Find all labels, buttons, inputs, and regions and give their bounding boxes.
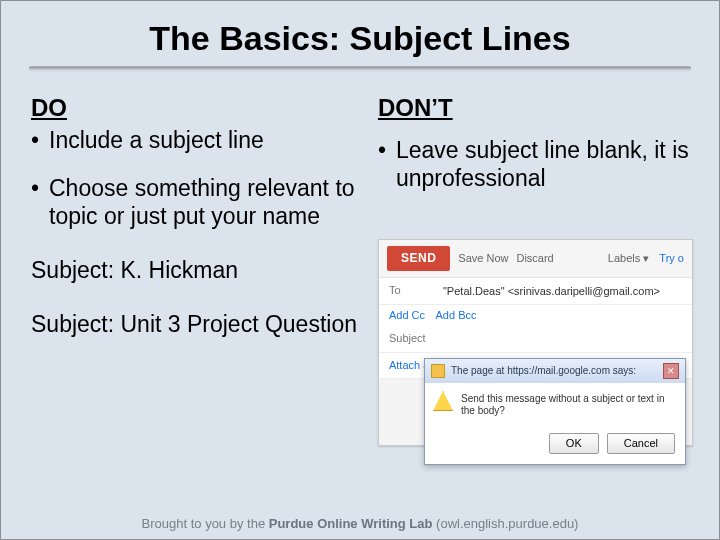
add-bcc-link[interactable]: Add Bcc: [436, 309, 477, 321]
confirm-dialog: The page at https://mail.google.com says…: [424, 358, 686, 465]
footer-bold: Purdue Online Writing Lab: [269, 516, 433, 531]
labels-dropdown[interactable]: Labels ▾: [608, 252, 649, 265]
example-line: Subject: Unit 3 Project Question: [31, 310, 368, 338]
content-columns: DO • Include a subject line • Choose som…: [1, 73, 719, 339]
subject-row: Subject: [379, 326, 692, 353]
do-bullet: • Include a subject line: [31, 126, 368, 154]
dialog-buttons: OK Cancel: [425, 427, 685, 464]
dont-bullet-text: Leave subject line blank, it is unprofes…: [396, 136, 689, 192]
footer-prefix: Brought to you by the: [142, 516, 269, 531]
dialog-title-text: The page at https://mail.google.com says…: [451, 365, 636, 377]
send-button[interactable]: SEND: [387, 246, 450, 271]
compose-screenshot: SEND Save Now Discard Labels ▾ Try o To …: [378, 239, 693, 446]
do-bullet-text: Include a subject line: [49, 126, 368, 154]
title-divider: [29, 66, 691, 73]
do-heading: DO: [31, 93, 368, 122]
try-link[interactable]: Try o: [659, 252, 684, 265]
slide-title: The Basics: Subject Lines: [1, 1, 719, 66]
dialog-area: The page at https://mail.google.com says…: [379, 379, 692, 445]
bullet-mark: •: [378, 136, 396, 192]
to-input[interactable]: [441, 284, 682, 298]
do-bullet-text: Choose something relevant to topic or ju…: [49, 174, 368, 230]
warning-icon: [433, 391, 453, 411]
subject-label: Subject: [389, 332, 431, 345]
dont-bullet: • Leave subject line blank, it is unprof…: [378, 136, 689, 192]
dialog-body: Send this message without a subject or t…: [425, 383, 685, 427]
bullet-mark: •: [31, 174, 49, 230]
discard-link[interactable]: Discard: [516, 252, 553, 265]
example-line: Subject: K. Hickman: [31, 256, 368, 284]
cc-row: Add Cc Add Bcc: [379, 305, 692, 326]
footer-suffix: (owl.english.purdue.edu): [432, 516, 578, 531]
close-icon[interactable]: ✕: [663, 363, 679, 379]
do-column: DO • Include a subject line • Choose som…: [31, 93, 368, 339]
do-bullet: • Choose something relevant to topic or …: [31, 174, 368, 230]
dont-heading: DON’T: [378, 93, 689, 122]
cancel-button[interactable]: Cancel: [607, 433, 675, 454]
spacer: [378, 126, 689, 136]
compose-toolbar: SEND Save Now Discard Labels ▾ Try o: [379, 240, 692, 278]
add-cc-link[interactable]: Add Cc: [389, 309, 425, 321]
to-row: To: [379, 278, 692, 305]
subject-input[interactable]: [441, 332, 682, 346]
footer: Brought to you by the Purdue Online Writ…: [1, 516, 719, 531]
slide: The Basics: Subject Lines DO • Include a…: [0, 0, 720, 540]
to-label: To: [389, 284, 431, 297]
spacer: [31, 164, 368, 174]
bullet-mark: •: [31, 126, 49, 154]
save-now-link[interactable]: Save Now: [458, 252, 508, 265]
page-favicon-icon: [431, 364, 445, 378]
dialog-titlebar: The page at https://mail.google.com says…: [425, 359, 685, 383]
dialog-message: Send this message without a subject or t…: [461, 393, 664, 416]
ok-button[interactable]: OK: [549, 433, 599, 454]
dont-column: DON’T • Leave subject line blank, it is …: [378, 93, 689, 339]
